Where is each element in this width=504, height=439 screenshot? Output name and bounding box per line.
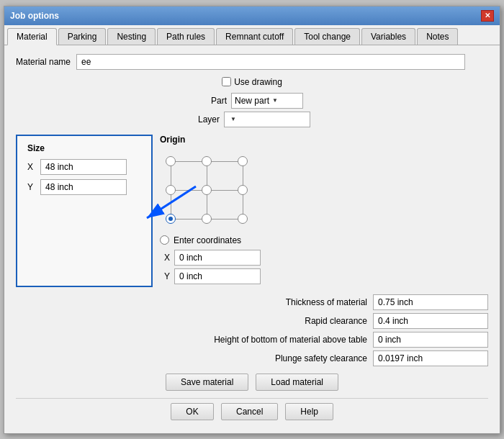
title-bar: Job options ✕ <box>4 6 500 25</box>
close-button[interactable]: ✕ <box>481 10 494 22</box>
plunge-safety-input[interactable] <box>373 350 488 366</box>
height-bottom-input[interactable] <box>373 332 488 348</box>
save-load-row: Save material Load material <box>16 374 488 391</box>
height-bottom-row: Height of bottom of material above table <box>16 332 488 348</box>
thickness-input[interactable] <box>373 294 488 310</box>
content-area: Material name Use drawing Part New part … <box>4 45 500 433</box>
size-y-input[interactable] <box>40 179 127 195</box>
use-drawing-checkbox[interactable] <box>222 77 231 86</box>
coord-x-input[interactable] <box>174 250 261 266</box>
part-label: Part <box>201 96 227 106</box>
plunge-safety-row: Plunge safety clearance <box>16 350 488 366</box>
main-area: Size X Y Origin <box>16 135 488 287</box>
coord-y-input[interactable] <box>174 268 261 284</box>
layer-label: Layer <box>194 114 220 125</box>
size-x-label: X <box>27 162 36 172</box>
ok-button[interactable]: OK <box>171 403 214 420</box>
title-bar-buttons: ✕ <box>481 10 494 22</box>
height-bottom-label: Height of bottom of material above table <box>214 335 367 345</box>
part-dropdown[interactable]: New part ▼ <box>231 93 303 109</box>
material-name-row: Material name <box>16 54 488 70</box>
origin-section: Origin <box>160 135 261 287</box>
size-x-row: X <box>27 159 141 175</box>
save-material-button[interactable]: Save material <box>166 374 248 391</box>
origin-ml[interactable] <box>166 185 176 195</box>
use-drawing-text: Use drawing <box>234 77 282 87</box>
tab-path-rules[interactable]: Path rules <box>157 28 215 45</box>
part-value: New part <box>235 96 269 106</box>
use-drawing-row: Use drawing <box>16 77 488 87</box>
origin-bl[interactable] <box>166 214 176 224</box>
cancel-button[interactable]: Cancel <box>221 403 278 420</box>
tabs-bar: Material Parking Nesting Path rules Remn… <box>4 25 500 45</box>
size-box: Size X Y <box>16 135 153 287</box>
material-name-input[interactable] <box>76 54 465 70</box>
use-drawing-label[interactable]: Use drawing <box>222 77 282 87</box>
coord-y-label: Y <box>164 271 170 281</box>
origin-tc[interactable] <box>202 156 212 166</box>
thickness-row: Thickness of material <box>16 294 488 310</box>
layer-row: Layer ▼ <box>194 112 310 127</box>
origin-br[interactable] <box>238 214 248 224</box>
origin-tr[interactable] <box>238 156 248 166</box>
size-y-row: Y <box>27 179 141 195</box>
part-row: Part New part ▼ <box>201 93 303 109</box>
rapid-clearance-label: Rapid clearance <box>305 316 367 326</box>
coord-y-row: Y <box>164 268 261 284</box>
layer-dropdown-arrow: ▼ <box>230 116 236 122</box>
size-x-input[interactable] <box>40 159 127 175</box>
material-name-label: Material name <box>16 57 71 67</box>
tab-material[interactable]: Material <box>7 28 57 45</box>
bottom-buttons: OK Cancel Help <box>16 398 488 425</box>
origin-title: Origin <box>160 135 185 145</box>
enter-coords-row: Enter coordinates <box>160 235 241 245</box>
enter-coords-radio[interactable] <box>160 235 169 245</box>
size-y-label: Y <box>27 182 36 192</box>
tab-variables[interactable]: Variables <box>361 28 415 45</box>
part-dropdown-arrow: ▼ <box>272 97 278 104</box>
coord-rows: X Y <box>164 250 261 287</box>
tab-tool-change[interactable]: Tool change <box>294 28 360 45</box>
origin-bc[interactable] <box>202 214 212 224</box>
tab-remnant-cutoff[interactable]: Remnant cutoff <box>216 28 293 45</box>
rapid-clearance-row: Rapid clearance <box>16 313 488 329</box>
job-options-window: Job options ✕ Material Parking Nesting P… <box>4 6 500 434</box>
part-layer-section: Part New part ▼ Layer ▼ <box>16 93 488 127</box>
plunge-safety-label: Plunge safety clearance <box>275 353 367 363</box>
tab-parking[interactable]: Parking <box>58 28 107 45</box>
layer-dropdown[interactable]: ▼ <box>224 112 310 127</box>
origin-mr[interactable] <box>238 185 248 195</box>
origin-tl[interactable] <box>166 156 176 166</box>
origin-mc[interactable] <box>202 185 212 195</box>
window-title: Job options <box>10 11 59 21</box>
help-button[interactable]: Help <box>285 403 333 420</box>
rapid-clearance-input[interactable] <box>373 313 488 329</box>
tab-nesting[interactable]: Nesting <box>107 28 156 45</box>
coord-x-row: X <box>164 250 261 266</box>
origin-grid-container <box>160 150 253 230</box>
coord-x-label: X <box>164 253 170 263</box>
load-material-button[interactable]: Load material <box>256 374 338 391</box>
enter-coords-label: Enter coordinates <box>174 235 241 245</box>
size-title: Size <box>27 143 141 153</box>
thickness-label: Thickness of material <box>286 297 367 307</box>
tab-notes[interactable]: Notes <box>417 28 458 45</box>
bottom-fields: Thickness of material Rapid clearance He… <box>16 294 488 366</box>
